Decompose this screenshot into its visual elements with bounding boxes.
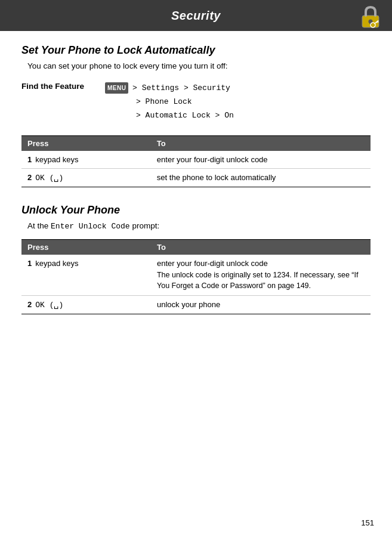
row1-to: enter your four-digit unlock code — [151, 151, 371, 169]
s2-row1-to-text: enter your four-digit unlock code — [157, 259, 365, 268]
section2-table: Press To 1 keypad keys enter your four-d… — [21, 239, 371, 314]
section1-table: Press To 1 keypad keys enter your four-d… — [21, 135, 371, 187]
col-to-header: To — [151, 136, 371, 151]
section1-intro: You can set your phone to lock every tim… — [21, 61, 371, 70]
table-row: 2 OK (␣) unlock your phone — [21, 296, 371, 314]
section2-intro: At the Enter Unlock Code prompt: — [21, 221, 371, 231]
find-feature-block: Find the Feature MENU > Settings > Secur… — [21, 79, 371, 125]
section2-intro-pre: At the — [27, 221, 51, 230]
section-unlock-phone: Unlock Your Phone At the Enter Unlock Co… — [21, 204, 371, 314]
header-title: Security — [171, 9, 221, 23]
section2-intro-code: Enter Unlock Code — [51, 222, 130, 231]
s2-row1-press: keypad keys — [34, 255, 151, 296]
col-press-header: Press — [21, 136, 151, 151]
col-to-header2: To — [151, 240, 371, 255]
row1-press: keypad keys — [34, 151, 151, 169]
s2-row1-num: 1 — [21, 255, 34, 296]
s2-row2-to: unlock your phone — [151, 296, 371, 314]
path-line2: > Phone Lock — [136, 97, 192, 106]
page-header: Security — [0, 0, 392, 31]
s2-row2-num: 2 — [21, 296, 34, 314]
page-number: 151 — [361, 518, 374, 527]
find-feature-path: MENU > Settings > Security > Phone Lock … — [105, 81, 234, 122]
s2-row1-to: enter your four-digit unlock code The un… — [151, 255, 371, 296]
path-line3: > Automatic Lock > On — [136, 111, 234, 120]
section2-intro-post: prompt: — [130, 221, 160, 230]
row1-num: 1 — [21, 151, 34, 169]
row2-to: set the phone to lock automatically — [151, 169, 371, 187]
menu-button-icon: MENU — [105, 82, 128, 94]
section-lock-auto: Set Your Phone to Lock Automatically You… — [21, 44, 371, 187]
row2-press: OK (␣) — [34, 169, 151, 187]
table-row: 1 keypad keys enter your four-digit unlo… — [21, 151, 371, 169]
table-row: 2 OK (␣) set the phone to lock automatic… — [21, 169, 371, 187]
s2-row2-press: OK (␣) — [34, 296, 151, 314]
section2-title: Unlock Your Phone — [21, 204, 371, 217]
page-content: Set Your Phone to Lock Automatically You… — [0, 31, 392, 349]
security-lock-icon — [357, 4, 384, 30]
path-line1: > Settings > Security — [132, 84, 230, 92]
section1-title: Set Your Phone to Lock Automatically — [21, 44, 371, 57]
svg-line-6 — [376, 22, 377, 23]
row2-num: 2 — [21, 169, 34, 187]
table-row: 1 keypad keys enter your four-digit unlo… — [21, 255, 371, 296]
col-press-header2: Press — [21, 240, 151, 255]
table-header-row: Press To — [21, 136, 371, 151]
table-header-row: Press To — [21, 240, 371, 255]
s2-row1-note: The unlock code is originally set to 123… — [157, 270, 365, 291]
find-feature-label: Find the Feature — [21, 81, 105, 91]
